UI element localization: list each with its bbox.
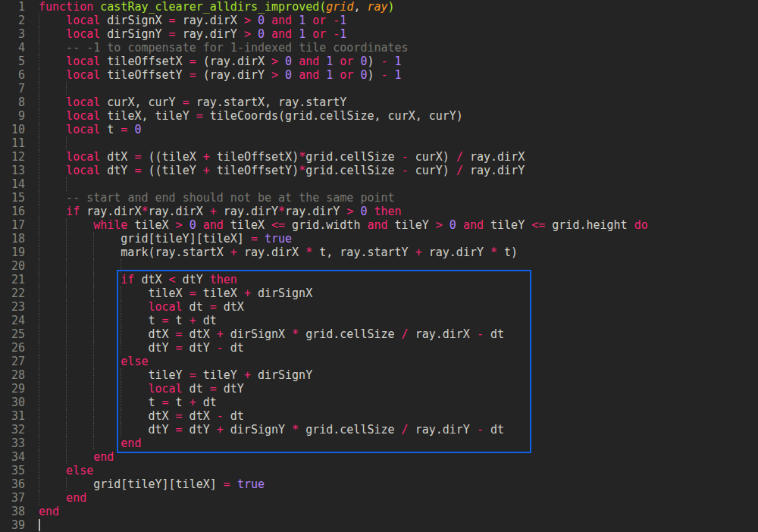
code-line[interactable]: 6local tileOffsetY = (ray.dirY > 0 and 1… <box>0 68 758 82</box>
code-line[interactable]: 19mark(ray.startX + ray.dirX * t, ray.st… <box>0 246 758 259</box>
code-line[interactable]: 22tileX = tileX + dirSignX <box>0 286 758 300</box>
code-line[interactable]: 34end <box>0 450 758 464</box>
code-line[interactable]: 27else <box>0 355 758 368</box>
code-text <box>39 136 93 150</box>
code-line[interactable]: 36grid[tileY][tileX] = true <box>0 477 758 491</box>
line-number: 23 <box>0 300 39 314</box>
code-line[interactable]: 20 <box>0 259 758 273</box>
line-number: 34 <box>0 450 39 464</box>
indent-guide <box>66 82 93 95</box>
line-number: 3 <box>0 27 39 41</box>
code-line[interactable]: 4-- -1 to compensate for 1-indexed tile … <box>0 41 758 55</box>
indent-guide <box>66 423 93 437</box>
code-text: -- -1 to compensate for 1-indexed tile c… <box>39 41 409 55</box>
code-line[interactable]: 17while tileX > 0 and tileX <= grid.widt… <box>0 218 758 232</box>
code-editor[interactable]: 1function castRay_clearer_alldirs_improv… <box>0 0 758 532</box>
indent-guide <box>39 477 66 491</box>
code-line[interactable]: 21if dtX < dtY then <box>0 273 758 286</box>
indent-guide <box>39 68 66 82</box>
indent-guide <box>39 450 66 464</box>
line-number: 9 <box>0 109 39 123</box>
line-number: 4 <box>0 41 39 55</box>
indent-guide <box>39 382 66 396</box>
line-number: 18 <box>0 232 39 246</box>
line-number: 29 <box>0 382 39 396</box>
indent-guide <box>39 164 66 177</box>
indent-guide <box>39 423 66 437</box>
line-number: 21 <box>0 273 39 286</box>
code-line[interactable]: 23local dt = dtX <box>0 300 758 314</box>
code-line[interactable]: 15-- start and end should not be at the … <box>0 191 758 205</box>
code-line[interactable]: 1function castRay_clearer_alldirs_improv… <box>0 0 758 14</box>
code-text: end <box>39 437 141 450</box>
line-number: 5 <box>0 55 39 68</box>
code-line[interactable]: 18grid[tileY][tileX] = true <box>0 232 758 246</box>
indent-guide <box>39 27 66 41</box>
code-text: local dtX = ((tileX + tileOffsetX)*grid.… <box>39 150 525 164</box>
indent-guide <box>39 55 66 68</box>
indent-guide <box>121 259 148 273</box>
code-text: local dt = dtY <box>39 382 244 396</box>
code-line[interactable]: 26dtY = dtY - dt <box>0 341 758 355</box>
indent-guide <box>39 396 66 409</box>
indent-guide <box>66 300 93 314</box>
indent-guide <box>39 136 66 150</box>
code-line[interactable]: 35else <box>0 464 758 477</box>
code-line[interactable]: 2local dirSignX = ray.dirX > 0 and 1 or … <box>0 14 758 27</box>
indent-guide <box>66 286 93 300</box>
code-line[interactable]: 12local dtX = ((tileX + tileOffsetX)*gri… <box>0 150 758 164</box>
code-line[interactable]: 37end <box>0 491 758 505</box>
indent-guide <box>39 246 66 259</box>
code-line[interactable]: 11 <box>0 136 758 150</box>
code-text <box>39 518 40 532</box>
indent-guide <box>93 246 121 259</box>
code-text: local tileOffsetY = (ray.dirY > 0 and 1 … <box>39 68 402 82</box>
code-line[interactable]: 24t = t + dt <box>0 314 758 327</box>
code-line[interactable]: 30t = t + dt <box>0 396 758 409</box>
indent-guide <box>39 218 66 232</box>
indent-guide <box>93 314 121 327</box>
indent-guide <box>66 327 93 341</box>
code-line[interactable]: 7 <box>0 82 758 95</box>
indent-guide <box>66 341 93 355</box>
line-number: 14 <box>0 177 39 191</box>
code-line[interactable]: 28tileY = tileY + dirSignY <box>0 368 758 382</box>
code-line[interactable]: 16if ray.dirX*ray.dirX + ray.dirY*ray.di… <box>0 205 758 218</box>
code-line[interactable]: 31dtX = dtX - dt <box>0 409 758 423</box>
indent-guide <box>93 382 121 396</box>
code-line[interactable]: 8local curX, curY = ray.startX, ray.star… <box>0 95 758 109</box>
line-number: 25 <box>0 327 39 341</box>
code-text: local curX, curY = ray.startX, ray.start… <box>39 95 346 109</box>
indent-guide <box>121 286 148 300</box>
line-number: 37 <box>0 491 39 505</box>
code-line[interactable]: 25dtX = dtX + dirSignX * grid.cellSize /… <box>0 327 758 341</box>
indent-guide <box>66 232 93 246</box>
line-number: 39 <box>0 518 39 532</box>
indent-guide <box>66 218 93 232</box>
indent-guide <box>66 136 93 150</box>
line-number: 20 <box>0 259 39 273</box>
code-text: if ray.dirX*ray.dirX + ray.dirY*ray.dirY… <box>39 205 402 218</box>
indent-guide <box>66 409 93 423</box>
code-line[interactable]: 13local dtY = ((tileY + tileOffsetY)*gri… <box>0 164 758 177</box>
code-line[interactable]: 5local tileOffsetX = (ray.dirX > 0 and 1… <box>0 55 758 68</box>
code-line[interactable]: 3local dirSignY = ray.dirY > 0 and 1 or … <box>0 27 758 41</box>
code-line[interactable]: 39 <box>0 518 758 532</box>
indent-guide <box>93 409 121 423</box>
indent-guide <box>66 177 93 191</box>
code-line[interactable]: 14 <box>0 177 758 191</box>
indent-guide <box>66 259 93 273</box>
indent-guide <box>93 368 121 382</box>
code-line[interactable]: 32dtY = dtY + dirSignY * grid.cellSize /… <box>0 423 758 437</box>
code-text: t = t + dt <box>39 396 217 409</box>
code-line[interactable]: 29local dt = dtY <box>0 382 758 396</box>
code-line[interactable]: 33end <box>0 437 758 450</box>
code-line[interactable]: 38end <box>0 505 758 518</box>
indent-guide <box>39 341 66 355</box>
indent-guide <box>39 41 66 55</box>
code-line[interactable]: 9local tileX, tileY = tileCoords(grid.ce… <box>0 109 758 123</box>
indent-guide <box>66 450 93 464</box>
code-line[interactable]: 10local t = 0 <box>0 123 758 136</box>
indent-guide <box>39 109 66 123</box>
indent-guide <box>39 123 66 136</box>
